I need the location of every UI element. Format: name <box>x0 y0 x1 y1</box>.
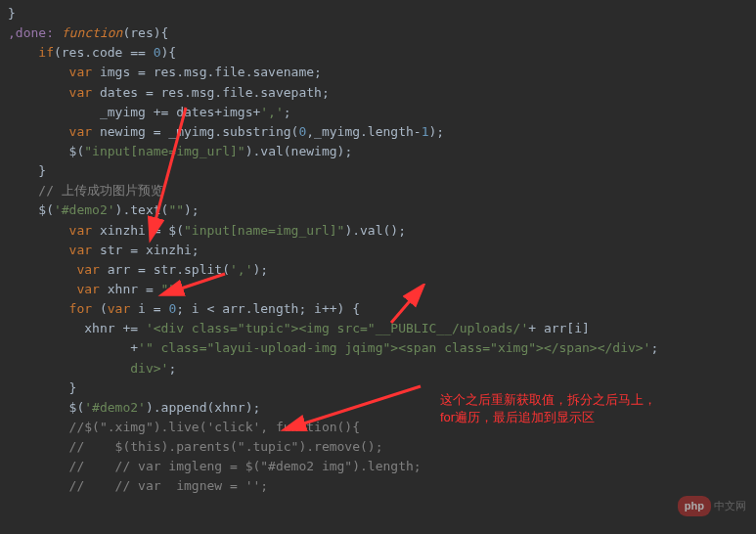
code-line: +'" class="layui-upload-img jqimg"><span… <box>8 338 748 358</box>
code-line: ,done: function(res){ <box>8 23 748 43</box>
code-line: $("input[name=img_url]").val(newimg); <box>8 142 748 161</box>
code-line: xhnr += '<div class="tupic"><img src="__… <box>8 319 748 338</box>
code-line: } <box>8 161 748 181</box>
code-line: var str = xinzhi; <box>8 241 748 260</box>
code-line: $('#demo2').text(""); <box>8 200 748 220</box>
code-line: div>'; <box>8 359 748 378</box>
watermark-pill: php <box>678 496 711 516</box>
code-line: var newimg = _myimg.substring(0,_myimg.l… <box>8 122 748 142</box>
code-line: // 上传成功图片预览 <box>8 181 748 200</box>
code-line: for (var i = 0; i < arr.length; i++) { <box>8 299 748 319</box>
code-line: // // var imgleng = $("#demo2 img").leng… <box>8 457 748 476</box>
code-line: // // var imgnew = ''; <box>8 476 748 496</box>
code-line: if(res.code == 0){ <box>8 43 748 63</box>
code-line: } <box>8 4 748 23</box>
code-line: var imgs = res.msg.file.savename; <box>8 63 748 82</box>
code-line: var dates = res.msg.file.savepath; <box>8 83 748 103</box>
watermark-text: 中文网 <box>714 500 746 512</box>
code-line: var arr = str.split(','); <box>8 260 748 280</box>
watermark: php中文网 <box>678 496 746 516</box>
code-line: var xinzhi = $("input[name=img_url]").va… <box>8 221 748 241</box>
code-line: var xhnr = ""; <box>8 280 748 299</box>
code-line: // $(this).parents(".tupic").remove(); <box>8 437 748 457</box>
annotation-text: 这个之后重新获取值，拆分之后马上， for遍历，最后追加到显示区 <box>440 391 656 426</box>
code-line: _myimg += dates+imgs+','; <box>8 103 748 122</box>
